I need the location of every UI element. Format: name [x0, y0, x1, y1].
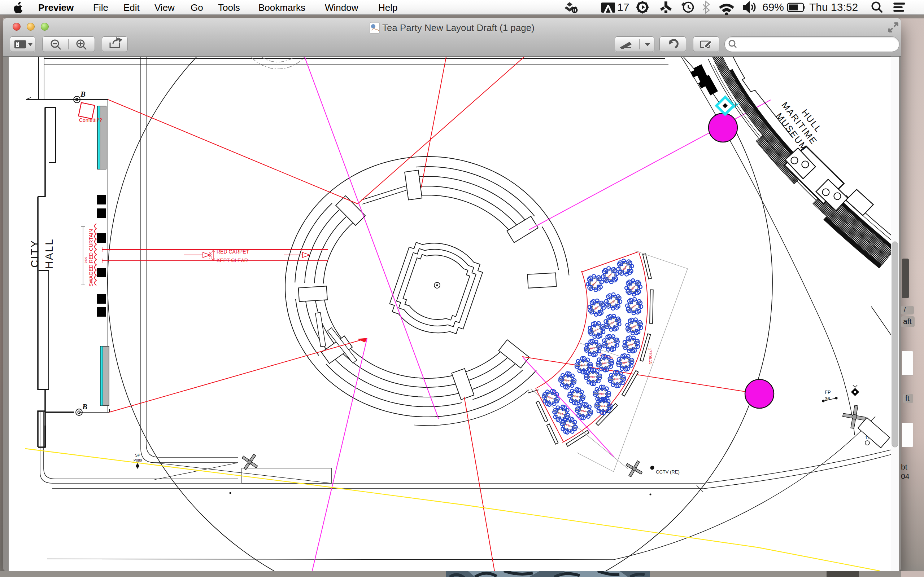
svg-text:CCTV (RE): CCTV (RE)	[656, 469, 680, 475]
svg-text:SWAGED RED CURTAIN: SWAGED RED CURTAIN	[88, 229, 94, 287]
svg-text:69%: 69%	[762, 1, 784, 13]
svg-text:17: 17	[617, 1, 629, 13]
svg-text:9600: 9600	[84, 257, 87, 263]
svg-text:FP: FP	[825, 390, 831, 395]
svg-text:17706.15: 17706.15	[648, 348, 653, 364]
svg-text:KEPT CLEAR: KEPT CLEAR	[216, 258, 248, 263]
svg-text:SP: SP	[135, 453, 141, 457]
svg-text:B: B	[82, 403, 87, 411]
svg-text:CITY: CITY	[29, 239, 40, 268]
svg-text:Confetti??: Confetti??	[79, 117, 102, 123]
svg-text:RED CARPET: RED CARPET	[216, 249, 249, 255]
svg-text:HALL: HALL	[43, 238, 55, 269]
svg-text:P089: P089	[134, 458, 142, 462]
svg-text:1000: 1000	[208, 252, 212, 259]
svg-text:Thu 13:52: Thu 13:52	[809, 1, 858, 13]
svg-text:B: B	[80, 90, 86, 98]
